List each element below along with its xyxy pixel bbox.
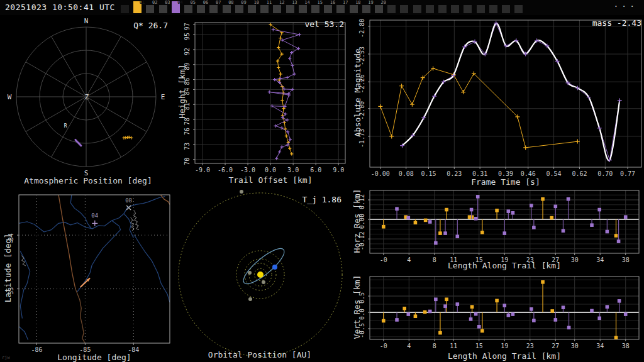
camera-chip-slot-30[interactable] — [502, 0, 514, 15]
svg-text:70: 70 — [184, 158, 191, 165]
camera-chip-slot-31[interactable] — [514, 0, 527, 15]
svg-text:-0: -0 — [380, 343, 387, 349]
ground-track-map: 0408-86-85-843334 — [0, 188, 176, 362]
panel-ground-track-map: 0408-86-85-843334 Longitude [deg] Latitu… — [0, 188, 176, 362]
camera-chip-slot-24[interactable] — [426, 0, 438, 15]
camera-chip-12[interactable]: 12 — [273, 0, 286, 15]
svg-text:0.54: 0.54 — [547, 170, 562, 177]
orbit-title: Orbital Position [AU] — [175, 350, 345, 359]
watermark: rjw — [2, 355, 10, 360]
vert-ylabel: Vert Res [km] — [352, 244, 362, 362]
panel-light-curve: -0.000.080.150.230.310.390.460.540.620.7… — [349, 15, 644, 188]
camera-chip-02[interactable]: 02 — [146, 0, 158, 15]
camera-chip-slot-29[interactable] — [489, 0, 502, 15]
trail-ylabel: Height [km] — [177, 29, 187, 155]
orbital-position-chart — [175, 188, 345, 362]
trail-offset-chart: -9.0-6.0-3.00.03.06.09.07073767881848689… — [176, 15, 349, 188]
svg-text:04: 04 — [91, 212, 98, 219]
svg-text:8: 8 — [433, 343, 436, 349]
q-stat: Q* 26.7 — [133, 21, 168, 30]
map-xlabel: Longitude [deg] — [19, 353, 170, 362]
camera-chip-slot-27[interactable] — [464, 0, 476, 15]
camera-chip-18[interactable]: 18 — [350, 0, 362, 15]
lightcurve-xlabel: Frame Time [s] — [370, 177, 641, 187]
svg-text:27: 27 — [552, 343, 559, 349]
svg-text:23: 23 — [526, 343, 534, 349]
svg-text:-6.0: -6.0 — [218, 167, 233, 173]
camera-chip-19[interactable]: 19 — [362, 0, 375, 15]
polar-title: Atmospheric Position [deg] — [0, 176, 176, 185]
camera-chip-14[interactable]: 14 — [299, 0, 311, 15]
camera-chip-slot-28[interactable] — [477, 0, 489, 15]
camera-chip-17[interactable]: 17 — [336, 0, 349, 15]
svg-text:0.70: 0.70 — [597, 170, 613, 177]
camera-chip-15[interactable]: 15 — [311, 0, 324, 15]
vel-stat: vel 53.2 — [304, 19, 344, 29]
camera-chip-slot-21[interactable] — [387, 0, 400, 15]
vertical-residuals-chart: -0481115192327303438-0.50.00.5 — [345, 271, 644, 362]
panel-trail-offset: -9.0-6.0-3.00.03.06.09.07073767881848689… — [176, 15, 349, 188]
svg-text:Z: Z — [85, 93, 89, 101]
light-curve-chart: -0.000.080.150.230.310.390.460.540.620.7… — [349, 15, 644, 188]
svg-text:30: 30 — [571, 343, 579, 349]
svg-text:W: W — [8, 93, 12, 101]
panel-atmospheric-position: NSEWZR Q* 26.7 Atmospheric Position [deg… — [0, 15, 176, 188]
camera-chip-slot-0[interactable] — [121, 0, 133, 15]
camera-chip-13[interactable]: 13 — [286, 0, 299, 15]
svg-text:N: N — [84, 17, 89, 25]
svg-text:0.23: 0.23 — [447, 170, 462, 177]
svg-text:0.46: 0.46 — [521, 170, 536, 177]
map-ylabel: Latitude [deg] — [3, 206, 13, 331]
camera-chip-slot-22[interactable] — [400, 0, 413, 15]
svg-text:0.77: 0.77 — [620, 170, 635, 177]
atmospheric-position-chart: NSEWZR — [0, 15, 176, 188]
svg-text:-9.0: -9.0 — [195, 167, 210, 173]
camera-chip-08[interactable]: 08 — [223, 0, 235, 15]
svg-text:08: 08 — [125, 197, 132, 204]
status-bar: 20251023 10:50:41 UTC 010203040506070809… — [0, 0, 644, 15]
svg-text:E: E — [161, 93, 165, 101]
camera-chip-03[interactable]: 03 — [159, 0, 172, 15]
lightcurve-ylabel: Absolute Magnitude — [353, 30, 362, 156]
svg-text:19: 19 — [501, 343, 508, 349]
svg-text:-0.00: -0.00 — [371, 170, 390, 177]
svg-text:15: 15 — [475, 343, 483, 349]
camera-chip-01[interactable]: 01 — [133, 0, 146, 15]
panel-vertical-residuals: -0481115192327303438-0.50.00.5 Length Al… — [345, 271, 644, 362]
horz-xlabel: Length Along Trail [km] — [370, 261, 639, 270]
camera-chip-06[interactable]: 06 — [197, 0, 209, 15]
camera-chip-10[interactable]: 10 — [248, 0, 260, 15]
panel-orbital-position: T_j 1.86 Orbital Position [AU] — [175, 188, 345, 362]
svg-text:0.0: 0.0 — [265, 167, 276, 173]
camera-chip-05[interactable]: 05 — [184, 0, 197, 15]
svg-text:11: 11 — [450, 343, 457, 349]
camera-chip-07[interactable]: 07 — [209, 0, 222, 15]
svg-text:9.0: 9.0 — [333, 167, 344, 173]
camera-chip-slot-26[interactable] — [451, 0, 464, 15]
mass-stat: mass -2.43 — [592, 18, 641, 28]
tisserand-stat: T_j 1.86 — [302, 195, 341, 204]
camera-chip-04[interactable]: 04 — [172, 0, 184, 15]
camera-chip-09[interactable]: 09 — [235, 0, 248, 15]
panel-horizontal-residuals: -0481115192327303438-0.120.000.12 Length… — [345, 188, 644, 271]
camera-chip-slot-23[interactable] — [413, 0, 426, 15]
camera-chip-20[interactable]: 20 — [375, 0, 387, 15]
camera-chip-16[interactable]: 16 — [324, 0, 336, 15]
vert-xlabel: Length Along Trail [km] — [370, 351, 639, 361]
camera-strip: 0102030405060708091011121314151617181920 — [121, 0, 561, 15]
svg-text:0.39: 0.39 — [498, 170, 513, 177]
overflow-menu-icon[interactable]: ··· — [614, 1, 638, 11]
svg-text:0.31: 0.31 — [472, 170, 487, 177]
svg-text:6.0: 6.0 — [310, 167, 321, 173]
svg-text:0.15: 0.15 — [421, 170, 436, 177]
svg-text:38: 38 — [622, 343, 630, 349]
svg-text:0.62: 0.62 — [572, 170, 587, 177]
svg-text:-3.0: -3.0 — [240, 167, 255, 173]
svg-text:3.0: 3.0 — [287, 167, 299, 173]
app-root: 20251023 10:50:41 UTC 010203040506070809… — [0, 0, 644, 362]
clock: 20251023 10:50:41 UTC — [5, 3, 115, 12]
camera-chip-slot-25[interactable] — [438, 0, 451, 15]
svg-text:34: 34 — [596, 343, 604, 349]
camera-chip-11[interactable]: 11 — [260, 0, 273, 15]
horizontal-residuals-chart: -0481115192327303438-0.120.000.12 — [345, 188, 644, 271]
